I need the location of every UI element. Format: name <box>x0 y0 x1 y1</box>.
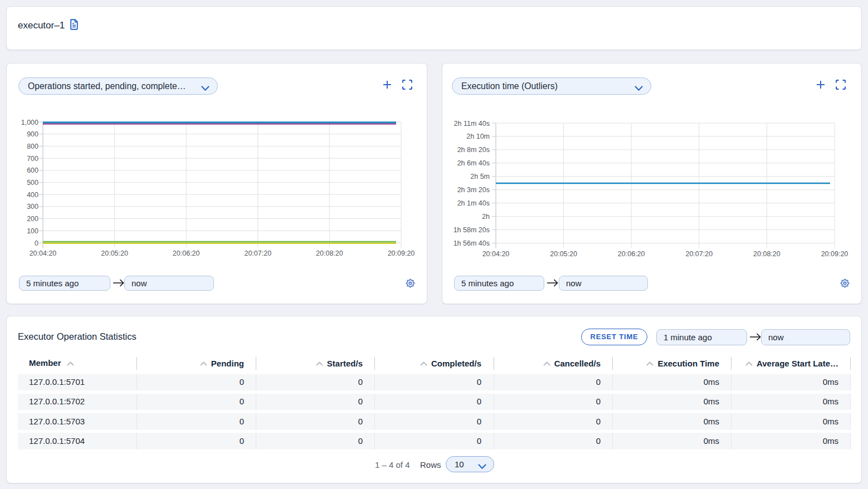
svg-text:2h 6m 40s: 2h 6m 40s <box>457 159 490 167</box>
svg-text:500: 500 <box>27 179 38 187</box>
svg-text:1h 58m 20s: 1h 58m 20s <box>453 226 490 234</box>
svg-text:20:05:20: 20:05:20 <box>550 250 577 258</box>
svg-text:400: 400 <box>27 191 38 199</box>
svg-text:20:06:20: 20:06:20 <box>618 250 645 258</box>
svg-text:1,000: 1,000 <box>21 119 38 126</box>
svg-text:2h 1m 40s: 2h 1m 40s <box>457 199 490 207</box>
svg-text:20:06:20: 20:06:20 <box>173 250 200 257</box>
svg-text:900: 900 <box>27 130 38 138</box>
svg-text:2h: 2h <box>482 213 490 221</box>
svg-text:0: 0 <box>35 239 38 247</box>
svg-text:20:09:20: 20:09:20 <box>821 250 849 258</box>
svg-text:20:09:20: 20:09:20 <box>388 250 415 257</box>
svg-text:2h 5m: 2h 5m <box>470 173 490 180</box>
svg-text:2h 3m 20s: 2h 3m 20s <box>457 186 490 194</box>
svg-text:800: 800 <box>27 143 38 150</box>
svg-text:20:04:20: 20:04:20 <box>482 250 510 258</box>
svg-text:2h 8m 20s: 2h 8m 20s <box>457 146 490 154</box>
svg-text:700: 700 <box>27 155 38 163</box>
svg-text:20:07:20: 20:07:20 <box>685 250 713 258</box>
svg-text:100: 100 <box>27 227 38 235</box>
svg-text:300: 300 <box>27 203 38 211</box>
svg-text:600: 600 <box>27 167 38 174</box>
svg-text:2h 11m 40s: 2h 11m 40s <box>454 120 490 128</box>
svg-text:1h 56m 40s: 1h 56m 40s <box>453 239 490 247</box>
svg-text:20:04:20: 20:04:20 <box>30 250 57 257</box>
svg-text:20:08:20: 20:08:20 <box>753 250 781 258</box>
svg-text:20:08:20: 20:08:20 <box>316 250 343 257</box>
svg-text:2h 10m: 2h 10m <box>466 133 490 140</box>
svg-text:20:07:20: 20:07:20 <box>244 250 271 257</box>
svg-text:20:05:20: 20:05:20 <box>101 250 128 257</box>
svg-text:200: 200 <box>27 215 38 223</box>
